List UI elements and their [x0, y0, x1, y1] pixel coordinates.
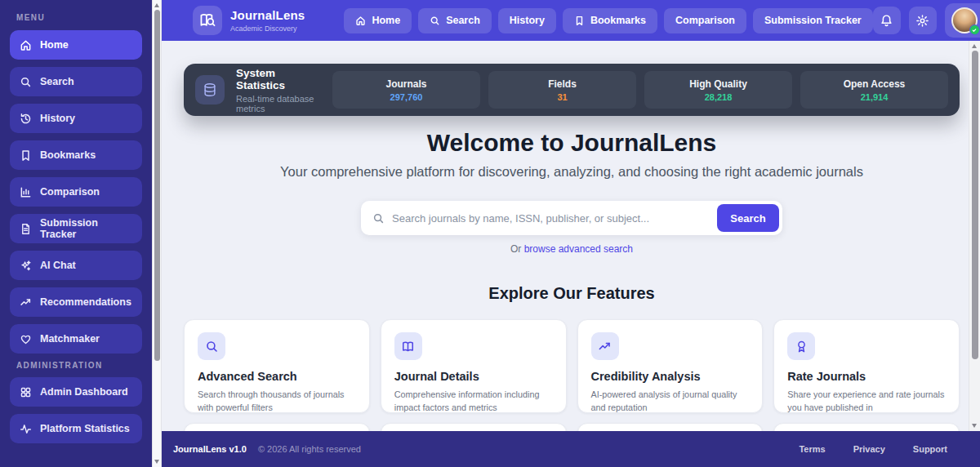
page-scrollbar[interactable] [152, 0, 162, 467]
sidebar-item-label: AI Chat [40, 260, 76, 271]
nav-item-label: Search [446, 15, 480, 26]
sidebar-item-history[interactable]: History [10, 104, 142, 133]
scroll-down-arrow[interactable] [972, 424, 977, 428]
sidebar-item-label: History [40, 113, 75, 124]
sidebar-admin-label: ADMINISTRATION [16, 361, 142, 370]
metric-high-quality: High Quality 28,218 [644, 71, 792, 109]
nav-item-label: Bookmarks [590, 15, 646, 26]
home-icon [20, 39, 32, 51]
metric-value: 31 [557, 92, 567, 102]
stats-title: System Statistics [236, 67, 324, 91]
footer-link-privacy[interactable]: Privacy [853, 444, 885, 454]
history-icon [20, 113, 32, 125]
or-text: Or [510, 243, 524, 255]
metric-label: Open Access [844, 78, 906, 90]
features-title: Explore Our Features [184, 284, 960, 303]
sidebar-item-platform-statistics[interactable]: Platform Statistics [10, 414, 142, 443]
advanced-search-row: Or browse advanced search [184, 243, 960, 255]
award-icon [787, 332, 815, 360]
metric-value: 28,218 [705, 92, 733, 102]
scroll-down-arrow[interactable] [154, 460, 159, 464]
sidebar-item-label: Comparison [40, 186, 100, 198]
nav-item-comparison[interactable]: Comparison [664, 8, 746, 33]
topbar-actions: Omid ENT [873, 3, 980, 38]
sidebar-item-matchmaker[interactable]: Matchmaker [10, 324, 142, 354]
nav-item-search[interactable]: Search [418, 8, 492, 33]
nav-item-label: History [510, 15, 545, 26]
search-icon [20, 76, 32, 88]
feature-card[interactable] [184, 423, 370, 431]
sidebar-item-comparison[interactable]: Comparison [10, 177, 142, 207]
stats-header: System Statistics Real-time database met… [236, 67, 324, 113]
page-title: Welcome to JournalLens [184, 129, 960, 157]
metric-label: High Quality [689, 78, 747, 90]
card-title: Credibility Analysis [591, 370, 750, 383]
sidebar-item-label: Bookmarks [40, 149, 96, 161]
card-title: Journal Details [394, 370, 553, 383]
sidebar-item-label: Submission Tracker [40, 217, 132, 240]
sidebar-item-bookmarks[interactable]: Bookmarks [10, 140, 142, 170]
feature-card[interactable] [577, 423, 764, 431]
feature-card-rate-journals[interactable]: Rate Journals Share your experience and … [773, 319, 960, 413]
book-search-icon [198, 11, 216, 29]
card-description: Search through thousands of journals wit… [198, 388, 356, 413]
sidebar-menu-label: MENU [16, 13, 142, 22]
stats-subtitle: Real-time database metrics [236, 94, 324, 113]
footer-link-support[interactable]: Support [913, 444, 947, 454]
system-statistics-bar: System Statistics Real-time database met… [184, 64, 960, 116]
search-icon [372, 212, 385, 225]
sidebar-item-label: Home [40, 39, 69, 51]
bell-icon [880, 14, 893, 28]
scroll-up-arrow[interactable] [972, 44, 977, 48]
card-description: Comprehensive information including impa… [394, 388, 553, 413]
nav-item-bookmarks[interactable]: Bookmarks [563, 8, 657, 33]
footer-link-terms[interactable]: Terms [799, 444, 825, 454]
footer: JournalLens v1.0 © 2026 All rights reser… [162, 431, 980, 467]
sidebar-item-home[interactable]: Home [10, 30, 142, 60]
sidebar-item-search[interactable]: Search [10, 67, 142, 96]
nav-item-home[interactable]: Home [344, 8, 412, 33]
scrollbar-thumb[interactable] [972, 51, 978, 359]
sidebar-item-admin-dashboard[interactable]: Admin Dashboard [10, 377, 142, 407]
metric-label: Journals [385, 78, 426, 90]
bookmark-icon [574, 16, 585, 26]
trending-up-icon [591, 332, 619, 360]
feature-card[interactable] [773, 423, 960, 431]
sidebar: MENU Home Search History Bookmarks Compa… [0, 0, 152, 467]
sparkles-icon [20, 260, 32, 272]
nav-item-label: Submission Tracker [764, 15, 862, 26]
settings-button[interactable] [909, 7, 937, 34]
bookmark-icon [20, 149, 32, 162]
search-button[interactable]: Search [717, 204, 779, 232]
heart-icon [20, 333, 32, 345]
nav-item-submission-tracker[interactable]: Submission Tracker [753, 8, 873, 33]
metric-fields: Fields 31 [488, 71, 636, 109]
scroll-up-arrow[interactable] [154, 3, 159, 7]
search-input[interactable] [392, 212, 717, 225]
nav-item-label: Comparison [675, 15, 735, 26]
metric-journals: Journals 297,760 [332, 71, 480, 109]
brand-subtitle: Academic Discovery [230, 24, 305, 33]
card-title: Advanced Search [198, 370, 356, 383]
nav-item-history[interactable]: History [498, 8, 556, 33]
feature-card-advanced-search[interactable]: Advanced Search Search through thousands… [184, 319, 370, 413]
content-scrollbar[interactable] [969, 41, 980, 431]
brand-title: JournalLens [230, 8, 305, 22]
user-menu[interactable]: Omid ENT [945, 3, 980, 38]
sidebar-item-recommendations[interactable]: Recommendations [10, 287, 142, 317]
sidebar-item-label: Recommendations [40, 296, 131, 308]
verified-badge-icon [969, 24, 980, 35]
advanced-search-link[interactable]: browse advanced search [524, 243, 633, 255]
feature-card[interactable] [381, 423, 567, 431]
open-book-icon [394, 332, 422, 360]
notifications-button[interactable] [873, 7, 901, 34]
brand: JournalLens Academic Discovery [230, 8, 305, 33]
metric-open-access: Open Access 21,914 [800, 71, 948, 109]
feature-card-credibility-analysis[interactable]: Credibility Analysis AI-powered analysis… [577, 319, 764, 413]
card-description: AI-powered analysis of journal quality a… [591, 388, 750, 413]
app-logo[interactable] [193, 6, 222, 35]
sidebar-item-submission-tracker[interactable]: Submission Tracker [10, 214, 142, 243]
scrollbar-thumb[interactable] [154, 10, 160, 361]
sidebar-item-ai-chat[interactable]: AI Chat [10, 251, 142, 280]
feature-card-journal-details[interactable]: Journal Details Comprehensive informatio… [381, 319, 567, 413]
